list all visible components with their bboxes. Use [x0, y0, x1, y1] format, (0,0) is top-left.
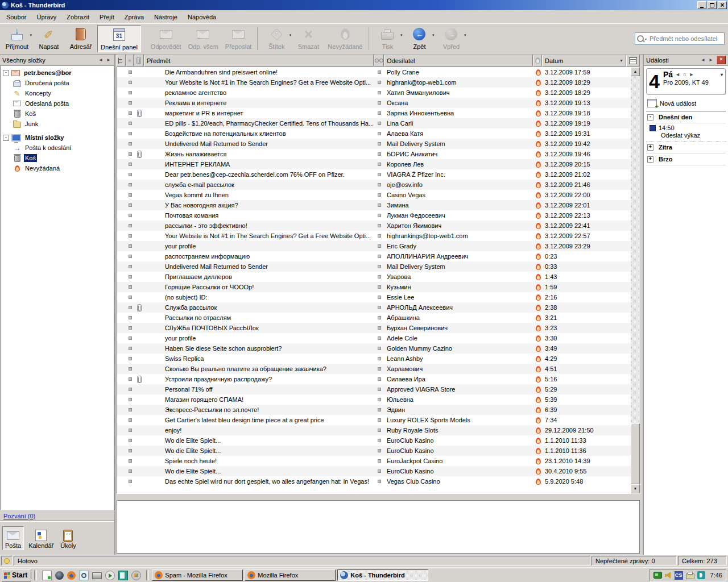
start-button[interactable]: Start [2, 569, 31, 581]
message-row[interactable]: Воздействие на потенциальных клиентовАла… [117, 128, 631, 139]
message-row[interactable]: your profileAdele Cole3:30 [117, 333, 631, 343]
message-row[interactable]: Dear petr.benes@cep-czechia.scherdel.com… [117, 169, 631, 180]
message-row[interactable]: Your Website is Not #1 in The Search Eng… [117, 231, 631, 241]
message-row[interactable]: Wo die Elite Spielt...EuroClub Kasino30.… [117, 466, 631, 476]
keyboard-icon[interactable] [92, 572, 102, 579]
message-row[interactable]: служба e-mail рассылокoje@osv.info3.12.2… [117, 180, 631, 190]
message-row[interactable]: Die Armbanduhren sind preiswert online!P… [117, 67, 631, 77]
message-row[interactable]: Сколько Вы реально платите за обращение … [117, 364, 631, 374]
scrollbar-thumb[interactable] [631, 423, 640, 484]
close-button[interactable] [718, 1, 727, 9]
menu-item[interactable]: Soubor [1, 12, 31, 22]
new-event-button[interactable]: Nová událost [647, 99, 725, 107]
pane-cycle-arrows-icon[interactable]: ◄ ► [98, 57, 112, 63]
message-row[interactable]: Wo die Elite Spielt...EuroClub Kasino1.1… [117, 446, 631, 456]
folder-item[interactable]: Koš [1, 109, 114, 119]
message-row[interactable]: Haben Sie diese Seite schon ausprobiert?… [117, 343, 631, 354]
message-row[interactable]: Your Website is Not #1 in The Search Eng… [117, 77, 631, 88]
message-row[interactable]: Vegas kommt zu IhnenCasino Vegas3.12.200… [117, 190, 631, 200]
message-row[interactable]: маркетинг и PR в интернетЗаряна Иннокент… [117, 108, 631, 118]
search-dropdown-icon[interactable]: ▾ [645, 37, 647, 41]
expander-icon[interactable]: - [3, 135, 9, 141]
receive-button[interactable]: ▾Přijmout [2, 25, 32, 52]
network-icon[interactable] [653, 572, 662, 579]
minimize-button[interactable] [697, 1, 706, 9]
message-row[interactable]: Приглашаем диллеровУварова1:43 [117, 272, 631, 282]
restore-button[interactable] [708, 1, 717, 9]
folder-item[interactable]: Nevyžádaná [1, 163, 114, 173]
folder-item[interactable]: Doručená pošta [1, 78, 114, 88]
menu-item[interactable]: Nápověda [183, 12, 221, 22]
column-picker-button[interactable] [626, 55, 640, 66]
taskbar-window-button[interactable]: Koš - Thunderbird [337, 569, 428, 581]
folder-account[interactable]: -Místní složky [1, 132, 114, 143]
today-circle-icon[interactable]: ○ [683, 72, 686, 77]
thread-column-header[interactable] [117, 55, 126, 66]
winamp-icon[interactable] [131, 571, 141, 580]
language-indicator[interactable]: CS [675, 571, 683, 580]
message-row[interactable]: Das echte Spiel wird nur dort gespielt, … [117, 476, 631, 487]
message-row[interactable]: Магазин горящего СПАМА!Юльевна5:39 [117, 394, 631, 405]
messenger-icon[interactable] [55, 571, 64, 580]
message-row[interactable]: Personal 71% offApproved VIAGRA Store5:2… [117, 384, 631, 394]
today-pane-close-button[interactable]: × [717, 56, 726, 64]
search-icon[interactable] [637, 35, 644, 42]
title-bar[interactable]: Koš - Thunderbird [0, 0, 728, 10]
tab-cal[interactable]: Kalendář [26, 527, 56, 550]
tab-mail[interactable]: Pošta [2, 526, 24, 550]
date-column-header[interactable]: Datum▼ [542, 55, 626, 66]
list-scrollbar[interactable]: ▲ ▼ [631, 67, 640, 493]
notebook-icon[interactable] [118, 571, 128, 580]
volume-icon[interactable] [665, 572, 672, 579]
prev-day-icon[interactable]: ◄ [675, 72, 681, 77]
message-row[interactable]: Устроили праздничную распродажу?Силаева … [117, 374, 631, 384]
message-row[interactable]: СЛуЖБа ПОЧТОВЫХ РассЫЛокБурхан Северинов… [117, 323, 631, 333]
folder-item[interactable]: Junk [1, 119, 114, 129]
message-row[interactable]: Жизнь налаживаетсяБОРИС Аникитич3.12.200… [117, 149, 631, 159]
firefox-icon[interactable] [67, 571, 76, 580]
player-icon[interactable] [105, 571, 115, 580]
media-tray-icon[interactable] [697, 571, 705, 579]
addressbook-button[interactable]: Adresář [65, 25, 96, 52]
message-row[interactable]: Горящие Рассылки от ЧОООр!Кузьмин1:59 [117, 282, 631, 292]
folder-item[interactable]: Pošta k odeslání [1, 143, 114, 153]
message-row[interactable]: Служба рассылокАРНОЛЬД Алексеевич2:38 [117, 302, 631, 313]
message-row[interactable]: Undelivered Mail Returned to SenderMail … [117, 261, 631, 272]
scroll-down-button[interactable]: ▼ [631, 484, 640, 493]
back-button[interactable]: ←▾Zpět [404, 25, 435, 52]
printer-icon[interactable] [686, 573, 694, 579]
menu-item[interactable]: Zpráva [119, 12, 149, 22]
search-icon[interactable] [79, 571, 89, 580]
folder-account[interactable]: -petr.benes@bor [1, 68, 114, 78]
folder-item[interactable]: Koncepty [1, 88, 114, 98]
junk-column-header[interactable] [533, 55, 542, 66]
menu-item[interactable]: Přejít [94, 12, 119, 22]
search-input[interactable] [648, 35, 722, 43]
taskbar-window-button[interactable]: Mozilla Firefox [245, 569, 336, 581]
dropdown-arrow-icon[interactable]: ▾ [30, 33, 32, 38]
folder-item[interactable]: Odeslaná pošta [1, 98, 114, 109]
message-row[interactable]: У Вас новогодняя акция?Зимина3.12.2009 2… [117, 200, 631, 210]
message-row[interactable]: рассылки - это эффективно!Харитон Якимов… [117, 221, 631, 231]
agenda-section[interactable]: -Dnešní den [646, 111, 726, 123]
message-row[interactable]: Undelivered Mail Returned to SenderMail … [117, 139, 631, 149]
menu-item[interactable]: Zobrazit [61, 12, 94, 22]
subject-column-header[interactable]: Předmět [144, 55, 374, 66]
attachment-column-header[interactable] [134, 55, 144, 66]
message-row[interactable]: Spiele noch heute!EuroJackpot Casino23.1… [117, 456, 631, 466]
invitations-link[interactable]: Pozvání (0) [3, 513, 35, 519]
clock[interactable]: 7:46 [710, 572, 722, 579]
date-dropdown-icon[interactable]: ▾ [721, 72, 723, 77]
message-row[interactable]: Реклама в интернетеОксана3.12.2009 19:13 [117, 98, 631, 108]
section-expander-icon[interactable]: - [647, 114, 653, 120]
sender-column-header[interactable]: Odesílatel [384, 55, 533, 66]
agenda-section[interactable]: +Brzo [646, 153, 726, 165]
message-row[interactable]: ED pills - $1.20/each, PharmacyChecker C… [117, 118, 631, 128]
folder-item[interactable]: Koš [1, 153, 114, 163]
message-row[interactable]: Get Cartier's latest bleu design time pi… [117, 415, 631, 425]
section-expander-icon[interactable]: + [647, 156, 653, 163]
calendar31-button[interactable]: 31Dnešní panel [97, 25, 141, 52]
read-column-header[interactable] [374, 55, 384, 66]
taskbar-window-button[interactable]: Spam - Mozilla Firefox [152, 569, 243, 581]
message-row[interactable]: Рассылки по отраслямАбрашкина3:21 [117, 313, 631, 323]
